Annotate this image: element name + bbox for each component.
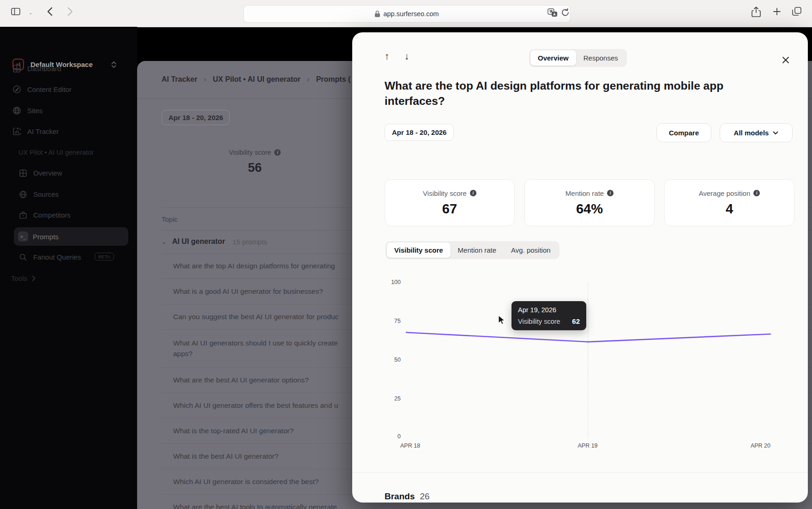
- prompt-text: Can you suggest the best AI UI generator…: [173, 312, 338, 322]
- globe-icon: [18, 191, 27, 198]
- brands-label: Brands: [385, 491, 415, 502]
- prompt-text: What is the top-rated AI UI generator?: [173, 426, 294, 436]
- browser-chrome: ⌄ app.surferseo.com: [0, 0, 812, 27]
- x-axis-tick: APR 18: [400, 442, 420, 449]
- chart-metric-tabs: Visibility score Mention rate Avg. posit…: [385, 241, 559, 259]
- sidebar-toggle-icon[interactable]: [11, 8, 20, 15]
- metric-card-mention-rate: Mention ratei 64%: [524, 179, 655, 226]
- info-icon[interactable]: i: [607, 190, 614, 196]
- pen-icon: [12, 85, 21, 93]
- sidebar-item-label: Dashboard: [27, 65, 61, 73]
- tab-responses[interactable]: Responses: [576, 50, 626, 66]
- tabs-overview-icon[interactable]: [792, 7, 801, 16]
- divider: [352, 472, 808, 473]
- metric-value: 67: [442, 201, 457, 217]
- y-axis-tick: 50: [381, 357, 401, 363]
- breadcrumb: AI Tracker › UX Pilot • AI UI generator …: [162, 75, 350, 84]
- y-axis-tick: 75: [381, 318, 401, 324]
- tab-overview[interactable]: Overview: [530, 50, 576, 66]
- chart-tab-visibility[interactable]: Visibility score: [387, 242, 451, 258]
- url-bar[interactable]: app.surferseo.com: [243, 5, 571, 23]
- prompt-detail-modal: ↑ ↓ Overview Responses What are the top …: [352, 32, 808, 503]
- prompt-title: What are the top AI design platforms for…: [385, 79, 758, 109]
- chart-tab-avg-position[interactable]: Avg. position: [504, 242, 558, 258]
- info-icon[interactable]: i: [470, 190, 476, 196]
- metric-label: Average position: [699, 189, 750, 197]
- tooltip-date: Apr 19, 2026: [518, 306, 580, 314]
- compare-button[interactable]: Compare: [656, 123, 711, 142]
- models-dropdown[interactable]: All models: [720, 123, 793, 142]
- y-axis-tick: 0: [381, 433, 401, 440]
- back-icon[interactable]: [47, 7, 53, 16]
- metric-value: 64%: [576, 201, 603, 217]
- breadcrumb-item[interactable]: Prompts (: [316, 75, 351, 84]
- sidebar-item-label: Prompts: [33, 227, 59, 246]
- sidebar-item-sources[interactable]: Sources: [18, 190, 59, 198]
- prompt-text: What are the top AI design platforms for…: [173, 261, 335, 271]
- chevron-right-icon: ›: [307, 75, 310, 84]
- metric-card-average-position: Average positioni 4: [664, 179, 794, 226]
- arrow-up-icon[interactable]: ↑: [380, 51, 394, 62]
- chart-tab-mention-rate[interactable]: Mention rate: [451, 242, 504, 258]
- search-icon: [18, 254, 27, 261]
- sidebar-item-content-editor[interactable]: Content Editor: [12, 85, 72, 93]
- breadcrumb-item[interactable]: AI Tracker: [162, 75, 197, 84]
- chart-tooltip: Apr 19, 2026 Visibility score 62: [511, 301, 586, 330]
- sidebar: Default Workspace Dashboard Content Edit…: [0, 27, 137, 509]
- arrow-down-icon[interactable]: ↓: [400, 51, 414, 62]
- new-tab-icon[interactable]: [773, 7, 781, 16]
- metric-label: Visibility score: [229, 149, 271, 156]
- sidebar-item-prompts[interactable]: >_ Prompts: [14, 227, 128, 246]
- visibility-score-summary: Visibility score i 56: [197, 149, 313, 175]
- metric-value: 4: [726, 201, 733, 217]
- sidebar-item-label: AI Tracker: [27, 127, 59, 135]
- sidebar-item-sites[interactable]: Sites: [12, 107, 42, 115]
- reload-icon[interactable]: [561, 8, 570, 17]
- url-text: app.surferseo.com: [383, 10, 439, 18]
- metric-cards: Visibility scorei 67 Mention ratei 64% A…: [385, 179, 794, 226]
- prompt-text: What is the best AI UI generator?: [173, 451, 278, 461]
- sidebar-item-ai-tracker[interactable]: AI Tracker: [12, 127, 59, 135]
- close-icon[interactable]: [779, 54, 792, 67]
- prompt-text: What AI UI generators should I use to qu…: [173, 338, 338, 359]
- sidebar-item-competitors[interactable]: Competitors: [18, 211, 71, 219]
- date-range-chip[interactable]: Apr 18 - 20, 2026: [385, 124, 454, 141]
- breadcrumb-item[interactable]: UX Pilot • AI UI generator: [213, 75, 301, 84]
- lock-icon: [375, 11, 380, 17]
- forward-icon[interactable]: [67, 7, 73, 16]
- translate-icon[interactable]: [547, 8, 558, 18]
- sidebar-item-fanout-queries[interactable]: Fanout Queries: [18, 253, 81, 261]
- grid-icon: [12, 65, 21, 73]
- x-axis-tick: APR 19: [574, 442, 601, 449]
- sidebar-item-overview[interactable]: Overview: [18, 169, 62, 177]
- sidebar-project-label: UX Pilot • AI UI generator: [18, 149, 94, 156]
- sidebar-item-dashboard[interactable]: Dashboard: [12, 65, 61, 73]
- metric-label: Visibility score: [423, 189, 467, 197]
- sidebar-item-label: Sites: [27, 107, 42, 115]
- metric-label: Mention rate: [565, 189, 604, 197]
- globe-icon: [12, 107, 21, 115]
- prompt-text: What are the best AI UI generator option…: [173, 375, 309, 385]
- x-axis-tick: APR 20: [743, 442, 770, 449]
- terminal-icon: >_: [18, 231, 28, 242]
- info-icon[interactable]: i: [274, 149, 281, 156]
- sidebar-item-label: Sources: [33, 190, 59, 198]
- brands-count: 26: [420, 491, 429, 502]
- beta-badge: BETA: [95, 253, 114, 261]
- chevron-down-icon[interactable]: ⌄: [29, 10, 32, 15]
- visibility-line: [406, 283, 770, 438]
- topic-group-name: AI UI generator: [172, 237, 225, 246]
- chevron-down-icon[interactable]: ⌄: [162, 238, 167, 245]
- sidebar-item-tools[interactable]: Tools: [11, 274, 36, 282]
- workspace-chevrons-icon: [111, 61, 116, 68]
- date-range-chip[interactable]: Apr 18 - 20, 2026: [162, 110, 230, 125]
- sidebar-item-label: Fanout Queries: [33, 253, 81, 261]
- chevron-right-icon: [32, 275, 36, 281]
- briefcase-icon: [18, 212, 27, 219]
- prompt-text: What are the best AI tools to automatica…: [173, 502, 337, 509]
- share-icon[interactable]: [752, 6, 761, 18]
- sidebar-item-label: Competitors: [33, 211, 71, 219]
- prompt-text: Which AI UI generator is considered the …: [173, 477, 319, 487]
- info-icon[interactable]: i: [753, 190, 760, 196]
- y-axis-tick: 100: [381, 279, 401, 285]
